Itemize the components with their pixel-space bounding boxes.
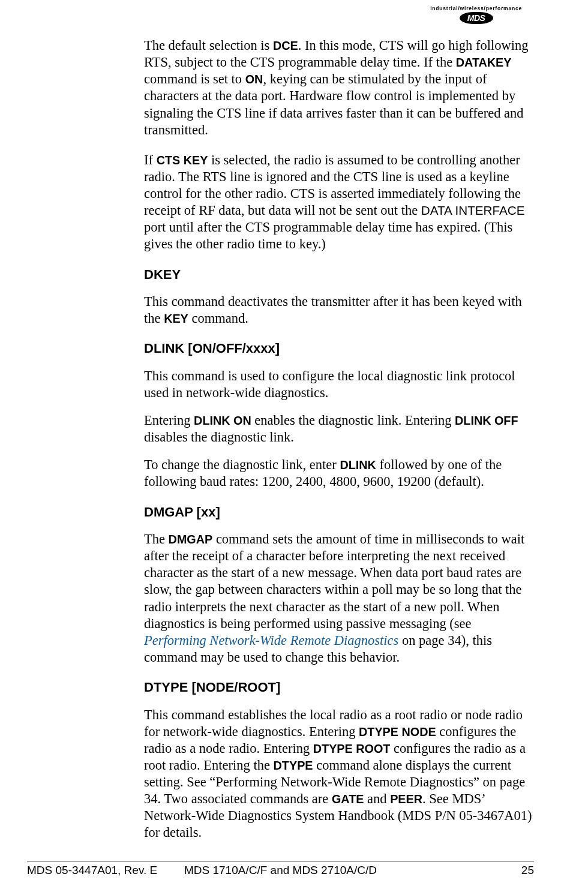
heading-dkey: DKEY: [144, 266, 534, 283]
cmd-dlink: DLINK: [340, 458, 376, 471]
page: industrial/wireless/performance MDS The …: [0, 0, 588, 895]
logo-tagline: industrial/wireless/performance: [430, 6, 522, 11]
paragraph-dlink-onoff: Entering DLINK ON enables the diagnostic…: [144, 412, 534, 446]
paragraph-cts-key: If CTS KEY is selected, the radio is ass…: [144, 152, 534, 253]
cmd-gate: GATE: [332, 792, 364, 806]
cmd-datakey: DATAKEY: [456, 56, 512, 69]
paragraph-dce-mode: The default selection is DCE. In this mo…: [144, 37, 534, 139]
cmd-dce: DCE: [273, 39, 298, 52]
body-text: The default selection is DCE. In this mo…: [144, 37, 534, 842]
heading-dtype: DTYPE [NODE/ROOT]: [144, 679, 534, 696]
cmd-dlink-on: DLINK ON: [194, 414, 251, 427]
mds-logo: industrial/wireless/performance MDS: [430, 6, 522, 24]
paragraph-dmgap: The DMGAP command sets the amount of tim…: [144, 531, 534, 666]
cmd-dtype-node: DTYPE NODE: [359, 725, 436, 738]
label-data-interface: DATA INTERFACE: [421, 203, 525, 217]
paragraph-dlink-baud: To change the diagnostic link, enter DLI…: [144, 456, 534, 490]
cmd-on: ON: [245, 73, 263, 86]
cmd-dtype-root: DTYPE ROOT: [313, 742, 391, 755]
cmd-dlink-off: DLINK OFF: [455, 414, 518, 427]
link-performing-diagnostics[interactable]: Performing Network-Wide Remote Diagnosti…: [144, 633, 398, 648]
cmd-peer: PEER: [390, 792, 422, 806]
heading-dmgap: DMGAP [xx]: [144, 504, 534, 521]
paragraph-dtype: This command establishes the local radio…: [144, 707, 534, 842]
footer-doc-id: MDS 05-3447A01, Rev. E: [27, 864, 157, 877]
heading-dlink: DLINK [ON/OFF/xxxx]: [144, 340, 534, 357]
cmd-cts-key: CTS KEY: [157, 154, 208, 167]
paragraph-dkey: This command deactivates the transmitter…: [144, 293, 534, 327]
paragraph-dlink-intro: This command is used to configure the lo…: [144, 368, 534, 401]
cmd-dtype: DTYPE: [274, 759, 313, 772]
page-footer: MDS 05-3447A01, Rev. E MDS 1710A/C/F and…: [27, 861, 534, 877]
footer-page-number: 25: [521, 864, 534, 877]
logo-brand: MDS: [460, 12, 493, 24]
cmd-dmgap: DMGAP: [169, 533, 213, 546]
cmd-key: KEY: [164, 312, 188, 325]
